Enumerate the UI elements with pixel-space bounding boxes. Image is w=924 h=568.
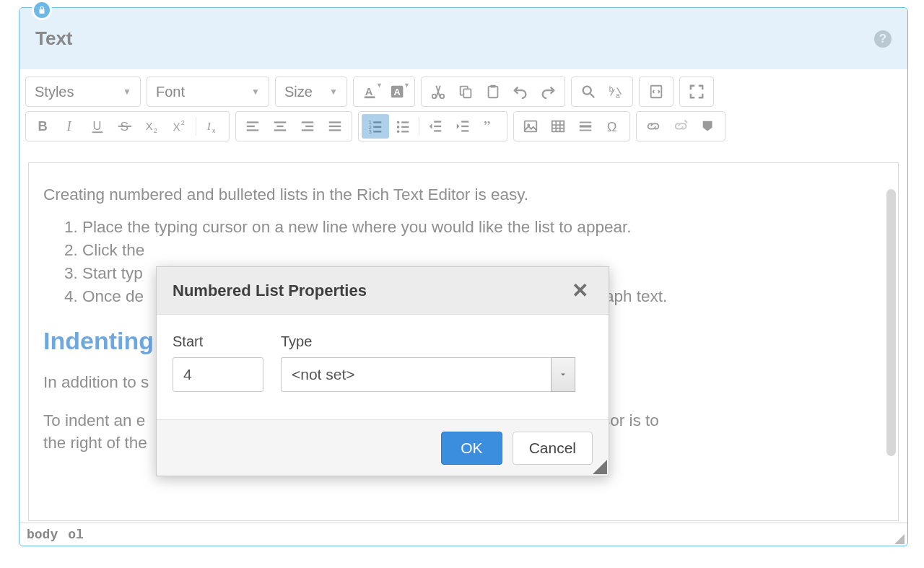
size-label: Size: [284, 84, 313, 100]
chevron-down-icon: ▼: [329, 87, 338, 97]
svg-text:A: A: [394, 87, 401, 97]
svg-point-46: [397, 126, 400, 128]
cancel-button[interactable]: Cancel: [513, 432, 593, 465]
svg-text:X: X: [146, 121, 153, 132]
redo-button[interactable]: [534, 79, 562, 104]
styles-dropdown[interactable]: Styles ▼: [25, 77, 141, 107]
format-group: B I U S X2 X2 Ix: [25, 111, 230, 141]
svg-rect-7: [463, 89, 471, 97]
align-center-button[interactable]: [266, 114, 294, 139]
type-select[interactable]: <not set>: [281, 357, 575, 392]
maximize-button[interactable]: [683, 79, 710, 104]
anchor-button[interactable]: [694, 114, 722, 139]
resize-handle-icon[interactable]: [593, 460, 607, 474]
svg-text:B: B: [38, 118, 48, 134]
svg-text:Ω: Ω: [607, 119, 617, 134]
cut-button[interactable]: [424, 79, 452, 104]
source-button[interactable]: [642, 79, 670, 104]
table-button[interactable]: [544, 114, 572, 139]
replace-button[interactable]: ba: [602, 79, 629, 104]
svg-text:U: U: [93, 119, 102, 132]
toolbar-row-2: B I U S X2 X2 Ix 123 ” Ω: [19, 110, 907, 149]
lock-icon: [32, 0, 52, 20]
list-item: Click the: [82, 239, 884, 262]
type-field: Type <not set>: [281, 333, 575, 392]
list-item: Place the typing cursor on a new line wh…: [82, 216, 884, 239]
link-button[interactable]: [640, 114, 667, 139]
source-group: [639, 77, 674, 107]
elements-path: body ol: [19, 523, 907, 546]
undo-button[interactable]: [507, 79, 534, 104]
chevron-down-icon: ▼: [376, 82, 383, 89]
svg-point-10: [583, 87, 591, 95]
remove-format-button[interactable]: Ix: [199, 114, 226, 139]
svg-text:A: A: [365, 86, 373, 97]
close-button[interactable]: ✕: [567, 276, 593, 305]
find-button[interactable]: [575, 79, 602, 104]
help-icon[interactable]: ?: [874, 30, 892, 48]
underline-button[interactable]: U: [84, 114, 111, 139]
start-label: Start: [173, 333, 263, 350]
path-segment-body[interactable]: body: [27, 528, 58, 542]
toolbar-row-1: Styles ▼ Font ▼ Size ▼ A ▼ A ▼: [19, 69, 907, 110]
dialog-title-bar[interactable]: Numbered List Properties ✕: [157, 267, 609, 315]
bold-button[interactable]: B: [29, 114, 56, 139]
svg-rect-58: [525, 121, 537, 132]
numbered-list-button[interactable]: 123: [362, 114, 389, 139]
start-input[interactable]: [173, 357, 263, 392]
svg-rect-1: [365, 96, 375, 98]
size-dropdown[interactable]: Size ▼: [275, 77, 347, 107]
list-group: 123 ”: [358, 111, 507, 141]
image-button[interactable]: [517, 114, 544, 139]
bulleted-list-button[interactable]: [389, 114, 417, 139]
align-justify-button[interactable]: [321, 114, 349, 139]
unlink-button[interactable]: [667, 114, 694, 139]
find-group: ba: [571, 77, 633, 107]
text-color-button[interactable]: A ▼: [357, 79, 384, 104]
chevron-down-icon: ▼: [123, 87, 131, 97]
svg-text:x: x: [212, 127, 216, 134]
color-group: A ▼ A ▼: [353, 77, 415, 107]
type-label: Type: [281, 333, 575, 350]
align-right-button[interactable]: [294, 114, 321, 139]
resize-handle-icon[interactable]: [894, 534, 905, 544]
scrollbar-thumb[interactable]: [886, 189, 896, 456]
align-left-button[interactable]: [239, 114, 266, 139]
link-group: [636, 111, 725, 141]
svg-rect-20: [118, 126, 131, 127]
svg-rect-9: [490, 85, 495, 88]
svg-text:X: X: [173, 121, 180, 133]
svg-rect-18: [92, 131, 103, 133]
copy-button[interactable]: [452, 79, 479, 104]
panel-title: Text: [35, 27, 73, 50]
subscript-button[interactable]: X2: [139, 114, 166, 139]
styles-label: Styles: [35, 84, 74, 100]
dialog-body: Start Type <not set>: [157, 315, 609, 419]
outdent-button[interactable]: [422, 114, 449, 139]
align-group: [235, 111, 352, 141]
horizontal-rule-button[interactable]: [572, 114, 599, 139]
bg-color-button[interactable]: A ▼: [384, 79, 411, 104]
superscript-button[interactable]: X2: [166, 114, 193, 139]
italic-button[interactable]: I: [56, 114, 84, 139]
dialog-footer: OK Cancel: [157, 419, 609, 476]
svg-point-47: [397, 131, 400, 134]
separator: [419, 117, 419, 136]
font-dropdown[interactable]: Font ▼: [147, 77, 269, 107]
chevron-down-icon: ▼: [251, 87, 260, 97]
separator: [196, 117, 196, 136]
blockquote-button[interactable]: ”: [476, 114, 504, 139]
strike-button[interactable]: S: [111, 114, 139, 139]
special-char-button[interactable]: Ω: [599, 114, 627, 139]
clipboard-group: [421, 77, 565, 107]
path-segment-ol[interactable]: ol: [68, 528, 84, 542]
svg-text:2: 2: [154, 127, 157, 134]
svg-text:”: ”: [484, 118, 491, 134]
start-field: Start: [173, 333, 263, 392]
chevron-down-icon[interactable]: [551, 357, 575, 392]
paste-button[interactable]: [479, 79, 507, 104]
ok-button[interactable]: OK: [441, 432, 502, 465]
indent-button[interactable]: [449, 114, 476, 139]
svg-line-69: [685, 121, 688, 123]
numbered-list-properties-dialog: Numbered List Properties ✕ Start Type <n…: [156, 266, 609, 476]
